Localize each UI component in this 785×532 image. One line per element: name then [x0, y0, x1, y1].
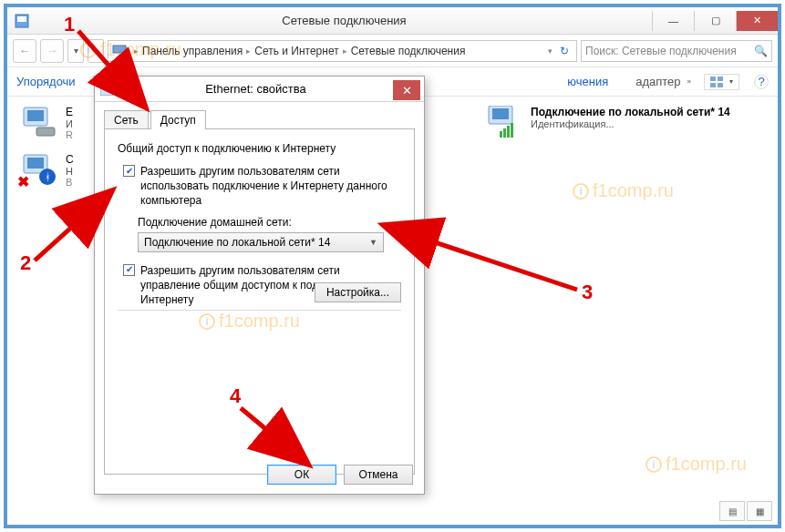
- watermark: if1comp.ru: [646, 454, 747, 475]
- home-network-combo[interactable]: Подключение по локальной сети* 14 ▼: [138, 232, 384, 252]
- adapter-name: E: [66, 106, 73, 118]
- control-panel-icon: [15, 14, 29, 28]
- adapter-device: R: [66, 129, 73, 140]
- dialog-close-button[interactable]: ✕: [393, 80, 420, 100]
- svg-rect-17: [503, 128, 506, 138]
- svg-rect-9: [36, 128, 55, 136]
- window-titlebar: Сетевые подключения — ▢ ✕: [7, 7, 778, 35]
- svg-rect-15: [492, 108, 509, 119]
- allow-sharing-checkbox[interactable]: ✔: [123, 165, 135, 177]
- ok-button[interactable]: ОК: [267, 465, 336, 485]
- home-network-label: Подключение домашней сети:: [138, 216, 401, 229]
- svg-rect-4: [718, 77, 723, 81]
- breadcrumb-part[interactable]: Сетевые подключения: [351, 45, 466, 57]
- annotation-number-3: 3: [582, 281, 593, 304]
- bluetooth-adapter-icon: ᚼ ✖: [20, 153, 58, 189]
- adapter-status: И: [66, 118, 73, 129]
- search-placeholder: Поиск: Сетевые подключения: [585, 45, 754, 57]
- diagnose-connection-button[interactable]: адаптер »: [635, 75, 691, 88]
- watermark: if1comp.ru: [80, 39, 181, 60]
- allow-control-checkbox[interactable]: ✔: [123, 264, 135, 276]
- refresh-icon[interactable]: ↻: [556, 45, 573, 57]
- settings-button[interactable]: Настройка...: [315, 282, 401, 302]
- watermark: if1comp.ru: [199, 311, 300, 332]
- view-large-icon[interactable]: ▦: [747, 501, 772, 521]
- tab-network[interactable]: Сеть: [104, 110, 149, 129]
- svg-rect-18: [507, 126, 510, 138]
- tab-access[interactable]: Доступ: [150, 110, 206, 129]
- svg-text:ᚼ: ᚼ: [45, 171, 51, 182]
- dialog-icon: [95, 77, 119, 102]
- adapter-item[interactable]: ᚼ ✖ С Н B: [20, 153, 74, 189]
- dialog-title: Ethernet: свойства: [119, 82, 393, 96]
- chevron-down-icon: ▼: [369, 238, 377, 247]
- combo-value: Подключение по локальной сети* 14: [144, 236, 330, 249]
- svg-rect-19: [511, 123, 513, 138]
- wireless-adapter-icon: [485, 106, 523, 141]
- ethernet-adapter-icon: [20, 106, 58, 141]
- adapter-device: B: [66, 177, 74, 188]
- svg-rect-6: [718, 83, 723, 87]
- adapter-item[interactable]: E И R: [20, 106, 73, 141]
- adapter-status: Н: [66, 166, 74, 177]
- breadcrumb-part[interactable]: Сеть и Интернет: [254, 45, 338, 57]
- annotation-number-2: 2: [20, 251, 31, 275]
- window-title: Сетевые подключения: [36, 14, 652, 27]
- adapter-item[interactable]: Подключение по локальной сети* 14 Иденти…: [485, 106, 730, 141]
- properties-dialog: Ethernet: свойства ✕ Сеть Доступ Общий д…: [94, 76, 425, 495]
- svg-rect-16: [500, 131, 502, 138]
- minimize-button[interactable]: —: [652, 11, 694, 31]
- svg-rect-1: [17, 16, 26, 22]
- help-icon[interactable]: ?: [754, 75, 769, 89]
- svg-rect-11: [27, 158, 44, 169]
- annotation-number-1: 1: [64, 13, 75, 36]
- annotation-number-4: 4: [230, 384, 241, 408]
- view-list-icon[interactable]: ▾: [704, 74, 739, 90]
- svg-rect-8: [27, 110, 44, 121]
- nav-back-button[interactable]: ←: [13, 39, 36, 63]
- svg-rect-20: [100, 83, 113, 96]
- svg-rect-3: [710, 77, 716, 81]
- adapter-status: Идентификация...: [531, 118, 730, 129]
- organize-button[interactable]: Упорядочи: [16, 75, 76, 88]
- disable-adapter-button[interactable]: ючения: [567, 75, 608, 88]
- nav-forward-button[interactable]: →: [40, 39, 64, 63]
- adapter-name: Подключение по локальной сети* 14: [531, 106, 730, 118]
- view-details-icon[interactable]: ▤: [719, 501, 745, 521]
- search-icon: 🔍: [754, 45, 768, 57]
- svg-rect-5: [710, 83, 716, 87]
- watermark: if1comp.ru: [573, 180, 674, 201]
- tab-panel: Общий доступ к подключению к Интернету ✔…: [104, 128, 415, 475]
- maximize-button[interactable]: ▢: [694, 11, 736, 31]
- close-button[interactable]: ✕: [736, 11, 778, 31]
- cancel-button[interactable]: Отмена: [344, 465, 413, 485]
- group-title: Общий доступ к подключению к Интернету: [118, 142, 401, 155]
- adapter-name: С: [66, 153, 74, 166]
- allow-sharing-label: Разрешить другим пользователям сети испо…: [140, 164, 401, 209]
- search-input[interactable]: Поиск: Сетевые подключения 🔍: [581, 40, 772, 62]
